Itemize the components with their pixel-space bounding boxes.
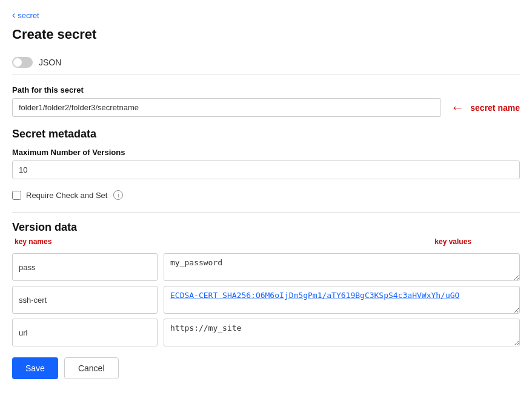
kv-key-2[interactable] [12, 319, 158, 346]
path-field-label: Path for this secret [12, 85, 520, 94]
secret-name-annotation: secret name [470, 103, 520, 113]
metadata-section-title: Secret metadata [12, 128, 520, 141]
require-cas-checkbox[interactable] [12, 191, 21, 200]
path-input-wrap [12, 98, 441, 117]
kv-row-0: my_password [12, 253, 520, 281]
path-input[interactable] [12, 98, 441, 117]
json-label: JSON [39, 58, 61, 67]
info-icon[interactable]: i [113, 190, 123, 200]
version-title-row: Version data [12, 221, 520, 234]
max-versions-label: Maximum Number of Versions [12, 148, 520, 157]
kv-key-1[interactable] [12, 286, 158, 314]
version-section: Version data key names key values my_pas… [12, 212, 520, 346]
back-link[interactable]: secret [12, 10, 39, 21]
kv-key-0[interactable] [12, 253, 158, 281]
key-values-annotation: key values [434, 237, 471, 246]
kv-row-1: ECDSA-CERT SHA256:O6M6oIjDm5gPm1/aTY619B… [12, 286, 520, 314]
path-row: ← secret name [12, 98, 520, 117]
cancel-button[interactable]: Cancel [64, 357, 119, 379]
metadata-section: Secret metadata Maximum Number of Versio… [12, 128, 520, 200]
path-field-group: Path for this secret ← secret name [12, 85, 520, 117]
arrow-annotation: ← secret name [451, 100, 520, 116]
require-cas-row: Require Check and Set i [12, 190, 520, 200]
version-section-title: Version data [12, 221, 77, 234]
kv-value-1[interactable]: ECDSA-CERT SHA256:O6M6oIjDm5gPm1/aTY619B… [164, 286, 520, 314]
red-arrow-icon: ← [451, 100, 464, 116]
kv-value-2[interactable]: https://my_site [164, 319, 520, 346]
page-title: Create secret [12, 27, 520, 42]
kv-row-2: https://my_site [12, 319, 520, 346]
max-versions-group: Maximum Number of Versions [12, 148, 520, 179]
json-toggle[interactable] [12, 57, 33, 68]
save-button[interactable]: Save [12, 357, 58, 379]
sub-annotation-row: key names key values [12, 236, 520, 247]
button-row: Save Cancel [12, 357, 520, 379]
json-toggle-row: JSON [12, 51, 520, 74]
key-names-annotation: key names [15, 237, 52, 247]
max-versions-input[interactable] [12, 160, 520, 179]
kv-value-0[interactable]: my_password [164, 253, 520, 281]
require-cas-label: Require Check and Set [26, 191, 107, 200]
